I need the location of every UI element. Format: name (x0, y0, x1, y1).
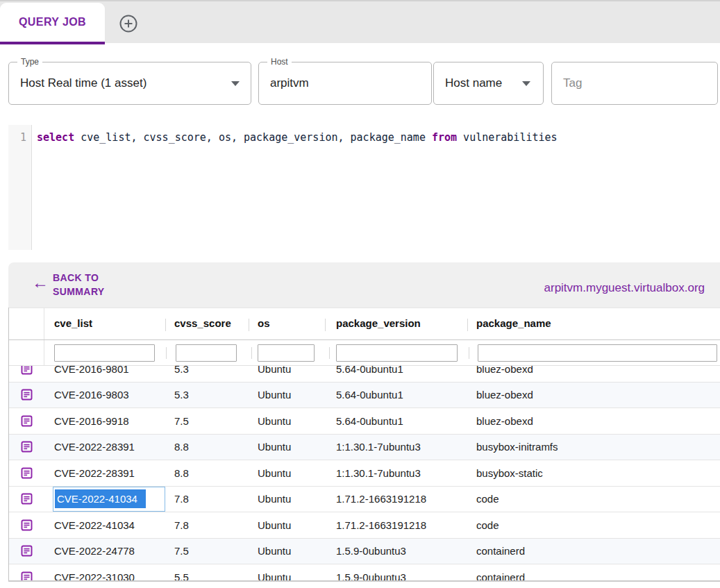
type-select-label: Type (17, 57, 42, 67)
cell-cve_list[interactable]: CVE-2022-41034 (53, 487, 165, 512)
back-to-summary-link[interactable]: BACK TO SUMMARY (53, 271, 128, 299)
document-lines-icon[interactable] (9, 366, 44, 382)
cell-cve_list[interactable]: CVE-2022-28391 (54, 460, 135, 486)
filter-input-package-name[interactable] (478, 344, 717, 362)
cell-cvss_score[interactable]: 7.8 (174, 512, 189, 538)
cell-cvss_score[interactable]: 8.8 (174, 435, 189, 460)
cell-cvss_score[interactable]: 5.3 (174, 383, 189, 408)
column-divider (165, 319, 166, 331)
cell-cve_list[interactable]: CVE-2016-9803 (54, 383, 129, 408)
cell-package_version[interactable]: 1.71.2-1663191218 (336, 487, 426, 512)
host-fqdn-label: arpitvm.myguest.virtualbox.org (544, 281, 705, 295)
table-row: CVE-2022-283918.8Ubuntu1:1.30.1-7ubuntu3… (9, 460, 720, 487)
document-lines-icon[interactable] (9, 460, 44, 486)
cell-package_name[interactable]: busybox-initramfs (476, 435, 558, 460)
sql-token-keyword: select (37, 131, 74, 144)
cell-cvss_score[interactable]: 7.5 (174, 408, 189, 434)
selected-cell-text: CVE-2022-41034 (55, 489, 146, 508)
filter-input-cvss-score[interactable] (176, 344, 237, 362)
cell-os[interactable]: Ubuntu (258, 383, 291, 408)
cell-cvss_score[interactable]: 7.8 (174, 487, 189, 512)
back-arrow-icon[interactable]: ← (32, 274, 49, 292)
filter-input-os[interactable] (258, 344, 315, 362)
column-divider (467, 319, 468, 331)
tab-bar: QUERY JOB (0, 0, 720, 43)
document-lines-icon[interactable] (9, 435, 44, 460)
cell-cve_list[interactable]: CVE-2016-9918 (54, 408, 129, 434)
cell-package_version[interactable]: 1:1.30.1-7ubuntu3 (336, 435, 421, 460)
cell-package_name[interactable]: bluez-obexd (476, 408, 533, 434)
cell-package_version[interactable]: 1.5.9-0ubuntu3 (336, 539, 406, 564)
cell-package_version[interactable]: 5.64-0ubuntu1 (336, 408, 403, 434)
column-header-package-name[interactable]: package_name (476, 317, 551, 329)
cell-cve_list[interactable]: CVE-2022-31030 (54, 564, 135, 580)
cell-os[interactable]: Ubuntu (258, 487, 291, 512)
column-header-cvss-score[interactable]: cvss_score (174, 317, 231, 329)
sql-token-plain: vulnerabilities (457, 131, 558, 144)
cell-package_name[interactable]: code (476, 512, 499, 538)
table-row: CVE-2016-99187.5Ubuntu5.64-0ubuntu1bluez… (9, 408, 720, 435)
column-divider (469, 347, 469, 359)
table-row: CVE-2016-98035.3Ubuntu5.64-0ubuntu1bluez… (9, 383, 720, 409)
table-row: CVE-2016-98015.3Ubuntu5.64-0ubuntu1bluez… (9, 366, 720, 383)
cell-package_version[interactable]: 5.64-0ubuntu1 (336, 383, 403, 408)
cell-package_name[interactable]: busybox-static (476, 460, 543, 486)
cell-package_version[interactable]: 1:1.30.1-7ubuntu3 (336, 460, 421, 486)
add-tab-button[interactable] (119, 14, 138, 33)
grid-header-row: cve_list cvss_score os package_version p… (9, 308, 720, 340)
tag-field[interactable]: Tag (551, 62, 718, 105)
document-lines-icon[interactable] (9, 512, 44, 538)
cell-package_name[interactable]: bluez-obexd (476, 366, 533, 382)
cell-package_name[interactable]: code (476, 487, 499, 512)
host-field[interactable]: Host arpitvm (258, 62, 432, 105)
cell-package_name[interactable]: bluez-obexd (476, 383, 533, 408)
table-row: CVE-2022-247787.5Ubuntu1.5.9-0ubuntu3con… (9, 539, 720, 565)
cell-os[interactable]: Ubuntu (258, 564, 291, 580)
cell-package_name[interactable]: containerd (476, 564, 525, 580)
cell-os[interactable]: Ubuntu (258, 460, 291, 486)
column-header-os[interactable]: os (258, 317, 270, 329)
document-lines-icon[interactable] (9, 564, 44, 580)
cell-cve_list[interactable]: CVE-2022-41034 (54, 512, 135, 538)
cell-cvss_score[interactable]: 5.3 (174, 366, 189, 382)
host-type-select-value: Host name (445, 76, 502, 90)
type-select[interactable]: Type Host Real time (1 asset) (8, 62, 251, 105)
document-lines-icon[interactable] (9, 487, 44, 512)
host-field-label: Host (267, 57, 292, 67)
column-header-cve-list[interactable]: cve_list (54, 317, 92, 329)
cell-cve_list[interactable]: CVE-2022-28391 (54, 435, 135, 460)
chevron-down-icon (522, 81, 530, 86)
cell-package_version[interactable]: 1.71.2-1663191218 (336, 512, 426, 538)
sql-token-plain: cve_list, cvss_score, os, package_versio… (74, 131, 432, 144)
cell-cvss_score[interactable]: 8.8 (174, 460, 189, 486)
code-line[interactable]: select cve_list, cvss_score, os, package… (37, 131, 558, 144)
cell-os[interactable]: Ubuntu (258, 539, 291, 564)
host-type-select[interactable]: Host name (433, 62, 544, 105)
column-divider (249, 319, 249, 331)
filter-input-cve-list[interactable] (54, 344, 155, 362)
column-divider (325, 319, 326, 331)
cell-cvss_score[interactable]: 5.5 (174, 564, 189, 580)
cell-cve_list[interactable]: CVE-2016-9801 (54, 366, 129, 382)
document-lines-icon[interactable] (9, 383, 44, 408)
tab-query-job[interactable]: QUERY JOB (0, 3, 105, 42)
cell-cve_list[interactable]: CVE-2022-24778 (54, 539, 135, 564)
column-header-package-version[interactable]: package_version (336, 317, 421, 329)
column-divider (251, 347, 252, 359)
plus-circle-icon (119, 24, 138, 35)
cell-os[interactable]: Ubuntu (258, 366, 291, 382)
sql-editor[interactable]: 1 select cve_list, cvss_score, os, packa… (0, 125, 720, 250)
cell-package_version[interactable]: 1.5.9-0ubuntu3 (336, 564, 406, 580)
results-header-bar: ← BACK TO SUMMARY arpitvm.myguest.virtua… (8, 262, 720, 308)
document-lines-icon[interactable] (9, 539, 44, 564)
table-row: CVE-2022-310305.5Ubuntu1.5.9-0ubuntu3con… (9, 564, 720, 580)
cell-package_name[interactable]: containerd (476, 539, 525, 564)
cell-package_version[interactable]: 5.64-0ubuntu1 (336, 366, 403, 382)
filter-input-package-version[interactable] (336, 344, 458, 362)
cell-os[interactable]: Ubuntu (258, 435, 291, 460)
cell-cvss_score[interactable]: 7.5 (174, 539, 189, 564)
cell-os[interactable]: Ubuntu (258, 408, 291, 434)
cell-os[interactable]: Ubuntu (258, 512, 291, 538)
sql-token-keyword: from (432, 131, 457, 144)
document-lines-icon[interactable] (9, 408, 44, 434)
